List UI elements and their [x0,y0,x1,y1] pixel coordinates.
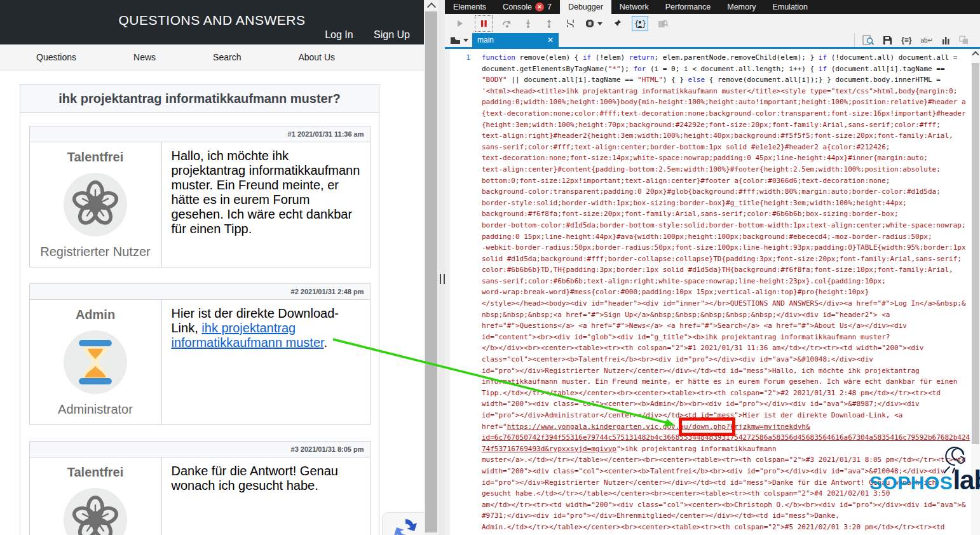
step-over-icon[interactable] [501,17,514,30]
change-exception-behavior-icon[interactable] [585,17,602,30]
nav-link-about-us[interactable]: About Us [269,44,364,70]
break-all-icon[interactable] [475,15,493,32]
avatar [64,173,127,236]
login-link[interactable]: Log In [325,29,353,40]
post: #3 2021/01/31 8:05 pmTalentfrei Registri… [29,441,371,535]
posts-list: #1 2021/01/31 11:36 amTalentfrei Registr… [20,113,379,535]
folder-icon [450,36,461,44]
code-line: document.getElementsByTagName("*"); for … [482,64,971,75]
code-line: href="https://www.yongala.kindergarten.v… [482,421,971,433]
close-icon[interactable]: ✕ [547,33,554,47]
code-line: id="pro"></div>Registrierter Nutzer</cen… [482,365,971,377]
devtools-tab-memory[interactable]: Memory [719,0,764,14]
source-tab-main[interactable]: main ✕ [472,33,559,47]
post-author-cell: Talentfrei Registrierter Nutzer [30,142,162,267]
code-line: </style></head><body><div id="header"><d… [482,298,971,309]
just-my-code-icon[interactable]: {} [632,16,648,31]
devtools-tab-elements[interactable]: Elements [445,0,494,14]
source-folder-picker[interactable] [445,36,472,44]
code-line: text-align:right}#header2{height:3em;wid… [482,130,971,142]
post-message: Danke für die Antwort! Genau wonach ich … [162,457,370,535]
forum-title: QUESTIONS AND ANSWERS [0,0,424,28]
devtools-tab-network[interactable]: Network [611,0,657,14]
svg-text:}: } [642,20,646,28]
post-meta: #2 2021/01/31 2:48 pm [30,284,370,300]
tab-label: Network [620,0,649,14]
step-into-icon[interactable] [522,17,534,30]
message-text: Hallo, ich möchte ihk projektantrag info… [172,149,360,236]
code-line: text-align:center}#content{padding-botto… [482,164,971,175]
error-count: 7 [547,0,552,14]
code-line: am</td></tr><tr><td width="200"><div cla… [482,499,971,511]
code-line: {text-decoration:none;color:#fff;text-de… [482,108,971,119]
post-author: Talentfrei [35,150,156,165]
code-line: #9731;</div><div id="pro"></div>Ehrenmit… [482,510,971,522]
code-line: id=6c767050742f394f55316e79744c575131482… [482,432,971,444]
scroll-up-icon[interactable] [426,3,435,11]
recaptcha-widget[interactable] [382,512,424,535]
code-line: padding:0 15px;line-height:44px}#ava{wid… [482,231,971,243]
error-badge-icon: ✕ [535,3,544,11]
code-line: Tipp.</td></tr></table></center><br><cen… [482,388,971,399]
code-line: class="col"><center><b>Talentfrei</b><br… [482,354,971,365]
code-line: id="pro"></div>Administrator</center></d… [482,410,971,421]
browser-scrollbar[interactable] [424,0,439,535]
code-line: sans-serif;color:#fff;text-align:center;… [482,142,971,153]
nav-link-news[interactable]: News [105,44,184,70]
devtools-tab-console[interactable]: Console✕7 [494,0,560,14]
sophoslabs-logo: SOPHOSlabs [869,465,977,496]
dropdown-caret-icon [463,39,468,42]
code-line: "BODY" || document.all[i].tagName == "HT… [482,74,971,86]
column-breakpoints-icon[interactable] [942,36,950,44]
post-role: Registrierter Nutzer [35,245,156,259]
save-icon[interactable] [883,36,892,45]
code-line: padding:0;width:100%;height:100%}body{mi… [482,97,971,108]
message-text: . [324,335,328,349]
tab-label: Memory [727,0,756,14]
tab-label: Console [503,0,532,14]
scroll-up-icon[interactable] [972,51,979,58]
find-in-files-icon[interactable] [862,35,874,45]
forum-nav: QuestionsNewsSearchAbout Us [0,44,424,71]
breakpoint-gutter[interactable] [445,49,450,535]
splitter-grip-icon[interactable] [440,274,445,284]
break-on-new-worker-icon[interactable] [564,17,576,30]
brand-sophos: SOPHOS [869,472,953,493]
scrollbar-thumb[interactable] [425,11,437,532]
flower-icon [70,494,121,535]
show-compiled-source-icon[interactable] [959,36,969,44]
sophoslabs-swirl-icon [942,446,974,474]
post-role: Administrator [35,402,156,417]
nav-link-questions[interactable]: Questions [8,44,105,70]
devtools-tab-performance[interactable]: Performance [657,0,719,14]
highlighted-url-box: u/down.php? [684,423,730,431]
code-line: color:#6b6b6b}TD,TH{padding:3px;border:1… [482,264,971,276]
pin-source-icon[interactable] [611,17,623,30]
source-tab-label: main [477,33,494,47]
code-line: {height:3em;width:100%;height:70px;backg… [482,119,971,131]
signup-link[interactable]: Sign Up [374,29,410,40]
devtools-tab-debugger[interactable]: Debugger [560,0,611,14]
nav-link-search[interactable]: Search [184,44,269,70]
devtools-tab-emulation[interactable]: Emulation [764,0,816,14]
pretty-print-icon[interactable]: {≡} [901,36,911,44]
post: #1 2021/01/31 11:36 amTalentfrei Registr… [29,126,371,268]
line-number: 1 [456,52,470,64]
code-line: nbsp;&nbsp;&nbsp;<a href="#">Sign Up</a>… [482,309,971,321]
post: #2 2021/01/31 2:48 pmAdmin Administrator… [29,283,371,425]
word-wrap-icon[interactable]: ab↵ [920,37,933,44]
scrollbar-thumb[interactable] [972,63,979,444]
refresh-arrows-icon [391,517,419,535]
avatar [64,330,127,394]
continue-icon[interactable] [454,17,466,30]
post-message: Hier ist der direkte Download-Link, ihk … [162,300,370,424]
tab-label: Debugger [568,0,603,14]
find-in-subframe-icon[interactable] [657,17,669,30]
step-out-icon[interactable] [543,17,555,30]
code-viewer[interactable]: 1 function remove(elem) { if (!elem) ret… [445,49,971,535]
code-line: href="#">Questions</a> <a href="#">News<… [482,320,971,332]
source-tabbar: main ✕ {≡} ab↵ [445,33,980,47]
thread-title: ihk projektantrag informatikkaufmann mus… [20,85,379,113]
forum-header: QUESTIONS AND ANSWERS Log In Sign Up [0,0,424,44]
window-splitter[interactable] [439,0,445,535]
